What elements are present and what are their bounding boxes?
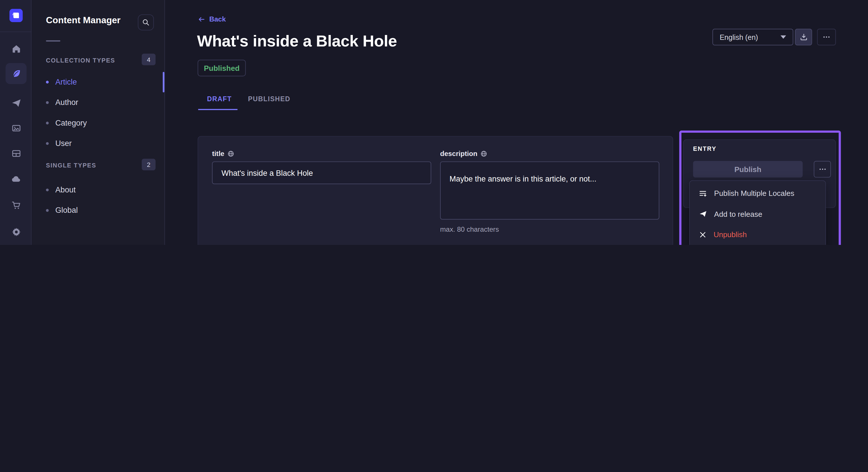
sidebar-item-label: Article bbox=[55, 77, 77, 86]
entry-heading: ENTRY bbox=[693, 145, 717, 152]
collection-types-heading: COLLECTION TYPES bbox=[46, 57, 115, 64]
bullet-icon bbox=[46, 142, 49, 145]
chevron-down-icon bbox=[780, 35, 786, 39]
sidebar-item-author[interactable]: Author bbox=[46, 95, 157, 109]
sidebar-item-label: About bbox=[55, 185, 76, 194]
page-title: What's inside a Black Hole bbox=[197, 32, 397, 50]
locale-select[interactable]: English (en) bbox=[712, 29, 794, 45]
paper-plane-icon bbox=[699, 210, 708, 218]
sidebar-item-label: Author bbox=[55, 98, 79, 107]
entry-more-button[interactable] bbox=[814, 161, 831, 177]
cross-icon bbox=[699, 231, 707, 239]
tab-published[interactable]: PUBLISHED bbox=[248, 95, 290, 103]
content-type-builder-icon[interactable] bbox=[5, 143, 26, 164]
sidebar-scroll-indicator[interactable] bbox=[163, 72, 164, 92]
entry-actions-menu: Publish Multiple Locales Add to release … bbox=[689, 180, 826, 245]
list-plus-icon bbox=[699, 189, 708, 198]
bullet-icon bbox=[46, 189, 49, 191]
content-manager-icon[interactable] bbox=[5, 63, 26, 84]
bullet-icon bbox=[46, 209, 49, 212]
media-library-icon[interactable] bbox=[5, 117, 26, 138]
home-icon[interactable] bbox=[5, 38, 26, 59]
back-label: Back bbox=[209, 15, 226, 23]
menu-item-label: Add to release bbox=[714, 210, 763, 218]
header-more-button[interactable] bbox=[817, 29, 836, 45]
download-icon bbox=[799, 33, 808, 42]
menu-item-add-to-release[interactable]: Add to release bbox=[690, 204, 825, 225]
description-textarea[interactable]: Maybe the answer is in this article, or … bbox=[440, 162, 659, 220]
nav-divider bbox=[0, 32, 32, 32]
title-input[interactable] bbox=[212, 162, 431, 184]
bullet-icon bbox=[46, 121, 49, 124]
bullet-icon bbox=[46, 80, 49, 83]
sidebar-item-global[interactable]: Global bbox=[46, 203, 157, 217]
globe-icon bbox=[228, 150, 234, 157]
app-window: KD Content Manager COLLECTION TYPES 4 Ar… bbox=[0, 0, 868, 245]
menu-item-publish-multiple-locales[interactable]: Publish Multiple Locales bbox=[690, 183, 825, 204]
ellipsis-icon bbox=[818, 165, 827, 174]
search-button[interactable] bbox=[138, 14, 154, 30]
sidebar-item-category[interactable]: Category bbox=[46, 115, 157, 130]
menu-item-label: Unpublish bbox=[714, 231, 747, 239]
strapi-logo[interactable] bbox=[9, 9, 23, 22]
description-field-label: description bbox=[440, 150, 487, 158]
releases-icon[interactable] bbox=[5, 92, 26, 113]
arrow-left-icon bbox=[197, 15, 205, 23]
sidebar-item-label: Global bbox=[55, 206, 78, 214]
sidebar-item-label: User bbox=[55, 139, 72, 148]
collection-types-count-badge: 4 bbox=[142, 54, 156, 65]
publish-button[interactable]: Publish bbox=[693, 161, 803, 177]
cloud-icon[interactable] bbox=[5, 169, 26, 190]
search-icon bbox=[142, 19, 150, 27]
menu-item-unpublish[interactable]: Unpublish bbox=[690, 225, 825, 245]
ellipsis-icon bbox=[822, 33, 831, 42]
single-types-count-badge: 2 bbox=[142, 159, 156, 170]
description-hint: max. 80 characters bbox=[440, 226, 499, 233]
marketplace-cart-icon[interactable] bbox=[5, 195, 26, 216]
sidebar-item-label: Category bbox=[55, 119, 87, 127]
sidebar-divider bbox=[46, 40, 60, 42]
status-badge: Published bbox=[197, 60, 246, 76]
label-text: description bbox=[440, 150, 477, 158]
settings-gear-icon[interactable] bbox=[5, 221, 26, 242]
sidebar-item-article[interactable]: Article bbox=[46, 74, 157, 89]
globe-icon bbox=[481, 150, 487, 157]
title-field-label: title bbox=[212, 150, 235, 158]
label-text: title bbox=[212, 150, 224, 158]
sidebar-title: Content Manager bbox=[46, 15, 121, 26]
menu-item-label: Publish Multiple Locales bbox=[714, 189, 794, 198]
bullet-icon bbox=[46, 101, 49, 104]
locale-value: English (en) bbox=[720, 33, 758, 41]
tab-draft[interactable]: DRAFT bbox=[207, 95, 231, 103]
sidebar-item-about[interactable]: About bbox=[46, 182, 157, 197]
single-types-heading: SINGLE TYPES bbox=[46, 162, 96, 169]
active-tab-indicator bbox=[198, 109, 237, 110]
export-download-button[interactable] bbox=[795, 29, 812, 45]
back-link[interactable]: Back bbox=[197, 15, 226, 23]
sidebar-item-user[interactable]: User bbox=[46, 136, 157, 150]
